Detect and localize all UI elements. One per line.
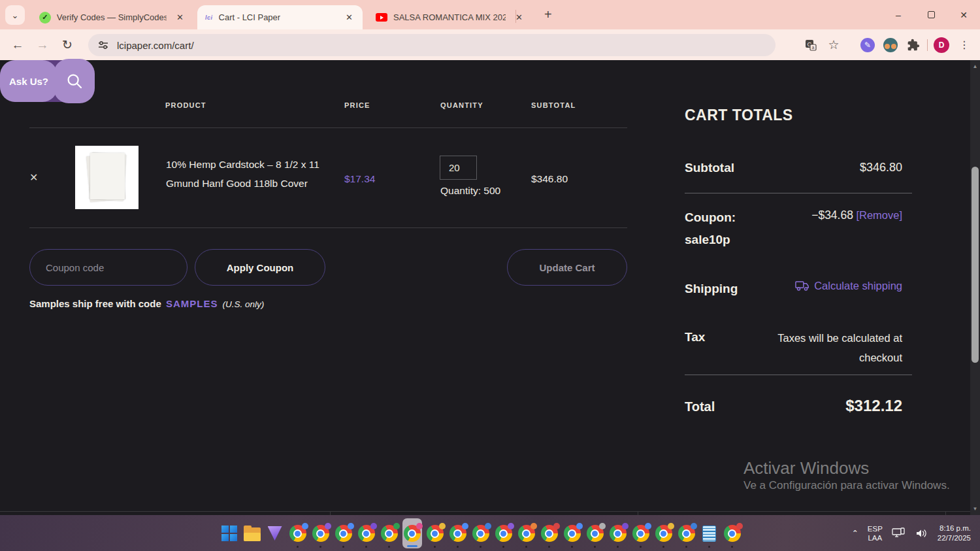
column-header-subtotal: SUBTOTAL bbox=[531, 101, 576, 109]
window-controls: – ✕ bbox=[882, 0, 980, 29]
tab-verify-codes[interactable]: ✓ Verify Codes — SimplyCodes ✕ bbox=[31, 5, 193, 29]
product-image[interactable] bbox=[75, 146, 139, 209]
tab-close-icon[interactable]: ✕ bbox=[342, 11, 356, 24]
tab-title: SALSA ROMANTICA MIX 2024 bbox=[393, 12, 506, 22]
tab-salsa-romantica[interactable]: SALSA ROMANTICA MIX 2024 ✕ bbox=[368, 5, 532, 29]
taskbar-chrome-icon[interactable] bbox=[288, 518, 308, 548]
site-info-icon[interactable] bbox=[97, 39, 109, 51]
url-text: lcipaper.com/cart/ bbox=[117, 40, 194, 51]
tab-cart-lci-paper[interactable]: lci Cart - LCI Paper ✕ bbox=[197, 5, 363, 29]
taskbar-chrome-icon[interactable] bbox=[448, 518, 468, 548]
youtube-favicon-icon bbox=[376, 13, 387, 22]
taskbar-chrome-icon[interactable] bbox=[402, 518, 422, 548]
back-button[interactable]: ← bbox=[5, 38, 30, 52]
subtotal-value: $346.80 bbox=[860, 161, 902, 175]
toolbar-right: G a ☆ ✎ D ⋮ bbox=[802, 29, 973, 60]
taskbar-chrome-icon[interactable] bbox=[540, 518, 559, 548]
tax-note: Taxes will be calculated at checkout bbox=[777, 328, 902, 367]
taskbar-chrome-icon[interactable] bbox=[608, 518, 628, 548]
table-divider bbox=[29, 127, 627, 128]
forward-button[interactable]: → bbox=[30, 38, 55, 52]
taskbar-chrome-icon[interactable] bbox=[334, 518, 353, 548]
quantity-input[interactable] bbox=[440, 156, 477, 180]
taskbar-chrome-icon[interactable] bbox=[677, 518, 696, 548]
close-icon: ✕ bbox=[960, 10, 968, 20]
product-name[interactable]: 10% Hemp Cardstock – 8 1/2 x 11 Gmund Ha… bbox=[166, 155, 319, 193]
scrollbar-up-icon[interactable]: ▲ bbox=[970, 63, 980, 69]
coupon-code-input[interactable] bbox=[29, 249, 188, 286]
shipping-label: Shipping bbox=[685, 282, 738, 296]
scrollbar-down-icon[interactable]: ▼ bbox=[970, 506, 980, 512]
minimize-button[interactable]: – bbox=[882, 4, 915, 26]
new-tab-button[interactable]: + bbox=[544, 7, 552, 22]
tab-close-icon[interactable]: ✕ bbox=[173, 11, 187, 24]
totals-divider bbox=[685, 193, 912, 193]
activate-windows-watermark: Activar Windows bbox=[743, 458, 869, 478]
taskbar-chrome-icon[interactable] bbox=[494, 518, 514, 548]
taskbar-chrome-icon[interactable] bbox=[425, 518, 445, 548]
item-subtotal: $346.80 bbox=[531, 173, 568, 185]
reload-button[interactable]: ↻ bbox=[55, 37, 80, 52]
extensions-puzzle-icon[interactable] bbox=[904, 36, 923, 54]
svg-text:a: a bbox=[812, 45, 815, 50]
chat-label: Ask Us? bbox=[9, 76, 48, 87]
coupon-discount: −$34.68 [Remove] bbox=[811, 209, 902, 222]
taskbar-chrome-icon[interactable] bbox=[357, 518, 376, 548]
taskbar-notepad-icon[interactable] bbox=[700, 518, 719, 548]
extension-simplycodes-icon[interactable]: ✎ bbox=[858, 36, 877, 54]
shipping-truck-icon bbox=[795, 280, 809, 292]
tab-close-icon[interactable]: ✕ bbox=[512, 11, 526, 24]
taskbar-triangle-icon[interactable] bbox=[265, 518, 285, 548]
remove-coupon-link[interactable]: [Remove] bbox=[856, 209, 902, 221]
chat-widget[interactable]: Ask Us? bbox=[0, 60, 93, 102]
taskbar-chrome-icon[interactable] bbox=[380, 518, 399, 548]
taskbar-chrome-icon[interactable] bbox=[471, 518, 491, 548]
minimize-icon: – bbox=[896, 10, 901, 20]
total-label: Total bbox=[685, 399, 715, 414]
taskbar-chrome-icon[interactable] bbox=[654, 518, 674, 548]
taskbar-chrome-icon[interactable] bbox=[585, 518, 605, 548]
taskbar-explorer-icon[interactable] bbox=[242, 518, 262, 548]
taskbar-chrome-icon[interactable] bbox=[723, 518, 742, 548]
tax-label: Tax bbox=[685, 330, 705, 344]
volume-icon[interactable] bbox=[915, 527, 928, 539]
taskbar-chrome-icon[interactable] bbox=[517, 518, 536, 548]
tab-search-button[interactable]: ⌄ bbox=[5, 5, 25, 25]
samples-code-link[interactable]: SAMPLES bbox=[166, 298, 218, 309]
update-cart-button[interactable]: Update Cart bbox=[507, 249, 627, 286]
extension-avatar-icon[interactable] bbox=[881, 36, 900, 54]
profile-avatar[interactable]: D bbox=[932, 36, 951, 54]
item-price: $17.34 bbox=[344, 173, 375, 185]
taskbar-start-icon[interactable] bbox=[220, 518, 239, 548]
translate-icon[interactable]: G a bbox=[802, 36, 820, 54]
taskbar-clock[interactable]: 8:16 p.m. 22/7/2025 bbox=[938, 524, 971, 543]
taskbar-chrome-icon[interactable] bbox=[631, 518, 651, 548]
activate-windows-watermark-sub: Ve a Configuración para activar Windows. bbox=[743, 479, 950, 492]
scrollbar-thumb[interactable] bbox=[972, 167, 979, 363]
close-button[interactable]: ✕ bbox=[947, 4, 980, 26]
language-indicator[interactable]: ESP LAA bbox=[868, 524, 883, 543]
browser-menu-icon[interactable]: ⋮ bbox=[955, 36, 973, 54]
tab-title: Verify Codes — SimplyCodes bbox=[57, 12, 167, 22]
chevron-down-icon: ⌄ bbox=[12, 10, 19, 20]
tray-expand-icon[interactable]: ⌃ bbox=[852, 529, 858, 538]
taskbar-apps bbox=[218, 518, 743, 549]
chat-search-bubble[interactable] bbox=[54, 59, 95, 103]
cart-page: PRODUCT PRICE QUANTITY SUBTOTAL ✕ 10% He… bbox=[0, 60, 970, 515]
maximize-icon bbox=[928, 11, 935, 18]
apply-coupon-button[interactable]: Apply Coupon bbox=[195, 249, 325, 286]
page-scrollbar[interactable]: ▲ ▼ bbox=[970, 60, 980, 515]
bookmark-star-icon[interactable]: ☆ bbox=[825, 36, 843, 54]
remove-item-button[interactable]: ✕ bbox=[29, 171, 38, 184]
calculate-shipping-link[interactable]: Calculate shipping bbox=[795, 280, 902, 292]
taskbar-chrome-icon[interactable] bbox=[563, 518, 582, 548]
windows-taskbar: ⌃ ESP LAA 8:16 p.m. 22/7/2025 bbox=[0, 515, 980, 551]
total-value: $312.12 bbox=[845, 397, 902, 415]
taskbar-chrome-icon[interactable] bbox=[311, 518, 331, 548]
network-icon[interactable] bbox=[892, 527, 906, 539]
address-bar[interactable]: lcipaper.com/cart/ bbox=[88, 34, 776, 56]
lci-favicon-icon: lci bbox=[205, 14, 213, 21]
chat-bubble[interactable]: Ask Us? bbox=[0, 60, 57, 102]
maximize-button[interactable] bbox=[915, 4, 947, 26]
column-header-price: PRICE bbox=[344, 101, 370, 109]
